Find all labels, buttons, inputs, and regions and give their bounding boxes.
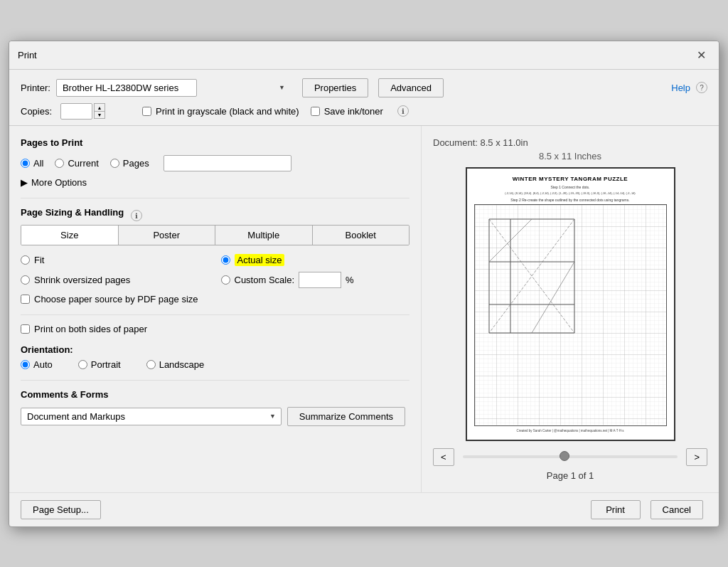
current-radio[interactable]: [55, 159, 64, 168]
pages-section: Pages to Print All Current Pages 1: [21, 137, 410, 188]
dialog-body: Pages to Print All Current Pages 1: [9, 126, 719, 492]
save-ink-checkbox-label[interactable]: Save ink/toner: [311, 106, 383, 117]
copies-down-button[interactable]: ▼: [94, 111, 105, 119]
prev-page-button[interactable]: <: [433, 448, 454, 466]
comments-title: Comments & Forms: [21, 389, 410, 400]
sizing-section: Page Sizing & Handling ℹ Size Poster Mul…: [21, 207, 410, 304]
custom-scale-radio[interactable]: [221, 275, 230, 285]
next-page-button[interactable]: >: [686, 448, 707, 466]
help-link[interactable]: Help ?: [671, 82, 707, 93]
auto-label: Auto: [33, 359, 53, 370]
portrait-orientation-label[interactable]: Portrait: [78, 359, 121, 370]
sizing-info-icon: ℹ: [131, 210, 142, 221]
preview-frame: WINTER MYSTERY TANGRAM PUZZLE Step 1 Con…: [466, 167, 675, 441]
advanced-button[interactable]: Advanced: [378, 78, 444, 97]
auto-orientation-label[interactable]: Auto: [21, 359, 53, 370]
grayscale-checkbox[interactable]: [142, 107, 151, 116]
choose-paper-option[interactable]: Choose paper source by PDF page size: [21, 294, 410, 304]
cancel-button[interactable]: Cancel: [651, 500, 703, 519]
preview-doc-title: WINTER MYSTERY TANGRAM PUZZLE: [513, 176, 628, 182]
help-label: Help: [671, 83, 690, 93]
preview-footer: Created by Sarah Carter | @mathequations…: [516, 429, 623, 433]
tab-booklet[interactable]: Booklet: [313, 226, 410, 245]
portrait-label: Portrait: [91, 359, 121, 370]
tab-poster[interactable]: Poster: [119, 226, 216, 245]
both-sides-option[interactable]: Print on both sides of paper: [21, 324, 410, 334]
title-bar: Print ✕: [9, 41, 719, 70]
left-panel: Pages to Print All Current Pages 1: [9, 126, 422, 492]
shrink-label: Shrink oversized pages: [34, 275, 130, 285]
pages-radio-label[interactable]: Pages: [110, 158, 149, 169]
pages-input[interactable]: 1: [164, 155, 291, 171]
all-radio-label[interactable]: All: [21, 158, 43, 169]
grayscale-checkbox-label[interactable]: Print in grayscale (black and white): [142, 106, 299, 117]
pages-radio-group: All Current Pages 1: [21, 155, 410, 171]
all-radio[interactable]: [21, 159, 30, 168]
current-radio-label[interactable]: Current: [55, 158, 98, 169]
copies-spinner: ▲ ▼: [94, 103, 105, 119]
custom-scale-option[interactable]: Custom Scale:: [221, 275, 295, 285]
choose-paper-label: Choose paper source by PDF page size: [34, 294, 198, 304]
dialog-footer: Page Setup... Print Cancel: [9, 492, 719, 526]
printer-label: Printer:: [21, 83, 50, 93]
properties-button[interactable]: Properties: [302, 78, 368, 97]
scale-input[interactable]: 100: [299, 272, 341, 288]
page-setup-button[interactable]: Page Setup...: [21, 500, 101, 519]
printer-select[interactable]: Brother HL-L2380DW series: [56, 79, 197, 97]
preview-area: Document: 8.5 x 11.0in 8.5 x 11 Inches W…: [433, 137, 707, 481]
auto-orientation-radio[interactable]: [21, 360, 30, 369]
landscape-label: Landscape: [159, 359, 205, 370]
preview-step2: Step 2 Re-create the shape outlined by t…: [510, 198, 629, 203]
landscape-radio[interactable]: [146, 360, 156, 369]
fit-option[interactable]: Fit: [21, 254, 210, 266]
more-options[interactable]: ▶ More Options: [21, 177, 410, 188]
more-options-arrow: ▶: [21, 177, 28, 188]
orientation-section: Orientation: Auto Portrait Landscape: [21, 344, 410, 370]
dialog-title: Print: [18, 50, 37, 60]
portrait-radio[interactable]: [78, 360, 87, 369]
preview-step1: Step 1 Connect the dots.: [550, 185, 589, 190]
summarize-button[interactable]: Summarize Comments: [287, 407, 405, 426]
actual-size-radio[interactable]: [221, 255, 230, 265]
pages-radio[interactable]: [110, 159, 119, 168]
choose-paper-checkbox[interactable]: [21, 295, 30, 304]
close-button[interactable]: ✕: [692, 47, 710, 63]
sizing-options: Fit Actual size Shrink oversized pages C…: [21, 254, 410, 288]
sizing-tabs: Size Poster Multiple Booklet: [21, 225, 410, 245]
nav-row: < >: [433, 448, 707, 466]
tab-multiple[interactable]: Multiple: [215, 226, 313, 245]
fit-radio[interactable]: [21, 255, 30, 265]
doc-info: Document: 8.5 x 11.0in: [433, 137, 528, 148]
both-sides-checkbox[interactable]: [21, 324, 30, 334]
percent-label: %: [346, 275, 354, 285]
save-ink-checkbox[interactable]: [311, 107, 320, 116]
shrink-option[interactable]: Shrink oversized pages: [21, 272, 210, 288]
current-label: Current: [68, 158, 98, 169]
page-size-label: 8.5 x 11 Inches: [539, 151, 601, 161]
page-slider[interactable]: [463, 455, 678, 458]
pages-label: Pages: [123, 158, 149, 169]
pages-section-title: Pages to Print: [21, 137, 410, 148]
actual-size-option[interactable]: Actual size: [221, 254, 410, 266]
comments-select[interactable]: Document and Markups: [21, 408, 282, 425]
landscape-orientation-label[interactable]: Landscape: [146, 359, 205, 370]
preview-coords: (-2,14), (8,14), (18,4), (8,4), (-2,14),…: [505, 191, 635, 196]
copies-input[interactable]: 1: [60, 103, 92, 120]
more-options-label: More Options: [31, 177, 87, 188]
tab-size[interactable]: Size: [21, 226, 119, 245]
divider-1: [21, 198, 410, 198]
comments-section: Comments & Forms Document and Markups Su…: [21, 389, 410, 426]
comments-dropdown-row: Document and Markups Summarize Comments: [21, 407, 410, 426]
custom-scale-row: Custom Scale: 100 %: [221, 272, 410, 288]
copies-up-button[interactable]: ▲: [94, 103, 105, 111]
preview-grid: [474, 204, 667, 425]
save-ink-label: Save ink/toner: [324, 106, 383, 117]
slider-thumb: [560, 451, 569, 461]
print-dialog: Print ✕ Printer: Brother HL-L2380DW seri…: [9, 41, 719, 527]
orientation-row: Auto Portrait Landscape: [21, 359, 410, 370]
shrink-radio[interactable]: [21, 275, 30, 285]
divider-3: [21, 380, 410, 381]
custom-scale-label: Custom Scale:: [235, 275, 295, 285]
print-button[interactable]: Print: [591, 500, 641, 519]
divider-2: [21, 314, 410, 315]
